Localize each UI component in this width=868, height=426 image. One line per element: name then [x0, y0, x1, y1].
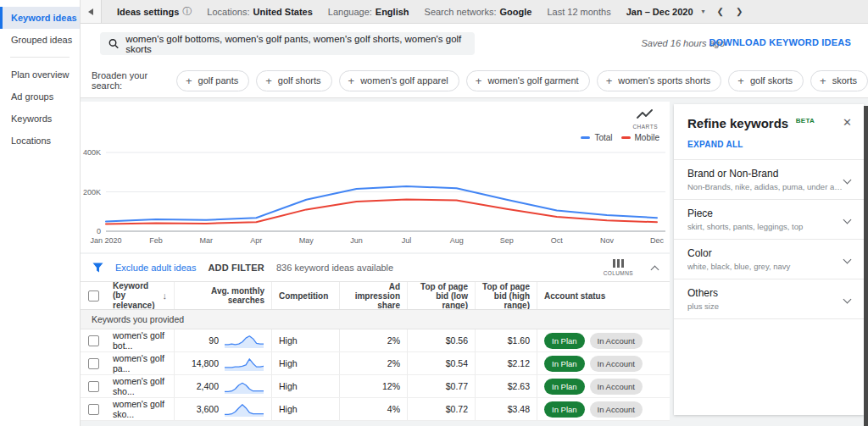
collapse-table-chevron-icon[interactable]: [651, 265, 659, 274]
refine-section-text: Othersplus size: [687, 287, 844, 311]
cell-bid-low: $0.54: [407, 352, 475, 374]
cell-ad-impression-share: 2%: [339, 329, 407, 351]
cell-avg-monthly-searches: 2,400: [174, 375, 271, 397]
sidebar-item-grouped-ideas[interactable]: Grouped ideas: [0, 29, 80, 51]
refine-section-brand-or-non-brand[interactable]: Brand or Non-BrandNon-Brands, nike, adid…: [674, 160, 864, 200]
table-header-row: Keyword (by relevance) ↓ Avg. monthly se…: [81, 282, 670, 310]
dropdown-arrow-icon: ▾: [702, 8, 705, 15]
in-account-badge[interactable]: In Account: [590, 379, 643, 395]
row-checkbox[interactable]: [88, 335, 99, 346]
header-top-of-page-bid-low[interactable]: Top of page bid (low range): [407, 282, 475, 309]
header-avg-monthly-searches[interactable]: Avg. monthly searches: [174, 282, 271, 309]
info-icon[interactable]: ⓘ: [182, 5, 192, 18]
collapse-panel-button[interactable]: [81, 0, 102, 23]
in-account-badge[interactable]: In Account: [590, 356, 643, 372]
chip-label: golf shorts: [278, 75, 321, 86]
svg-text:Oct: Oct: [551, 236, 564, 245]
header-keyword[interactable]: Keyword (by relevance) ↓: [106, 282, 174, 309]
avg-searches-value: 3,600: [181, 404, 219, 414]
cell-bid-high: $1.60: [475, 329, 537, 351]
row-checkbox[interactable]: [88, 404, 99, 415]
svg-text:Aug: Aug: [450, 236, 464, 245]
charts-label: CHARTS: [632, 124, 658, 130]
refine-section-values: white, black, blue, grey, navy: [687, 262, 844, 271]
svg-text:Jul: Jul: [402, 236, 412, 245]
keyword-table-card: Exclude adult ideas ADD FILTER 836 keywo…: [81, 254, 670, 421]
sidebar-item-locations[interactable]: Locations: [0, 130, 80, 152]
refine-section-color[interactable]: Colorwhite, black, blue, grey, navy: [674, 240, 864, 279]
header-top-of-page-bid-high[interactable]: Top of page bid (high range): [475, 282, 537, 309]
header-ad-impression-share[interactable]: Ad impression share: [339, 282, 407, 309]
broaden-search-row: Broaden your search: +golf pants+golf sh…: [81, 64, 868, 98]
broaden-chip-golf-pants[interactable]: +golf pants: [176, 70, 249, 91]
cell-bid-low: $0.56: [407, 329, 475, 351]
in-account-badge[interactable]: In Account: [590, 401, 643, 418]
charts-toggle-button[interactable]: CHARTS: [632, 108, 658, 130]
sparkline-chart: [224, 332, 264, 349]
vertical-scrollbar[interactable]: [864, 106, 868, 426]
search-row: women's golf bottoms, women's golf pants…: [81, 24, 868, 64]
plus-icon: +: [820, 75, 826, 87]
keyword-ideas-count: 836 keyword ideas available: [276, 263, 393, 273]
refine-section-title: Brand or Non-Brand: [687, 168, 844, 180]
legend-dash-icon: [581, 136, 590, 139]
table-row: women's golf sko...3,600High4%$0.72$3.48…: [81, 398, 670, 421]
refine-section-others[interactable]: Othersplus size: [674, 279, 864, 319]
search-volume-chart-card: CHARTS TotalMobile 0200K400KJan 2020FebM…: [81, 102, 670, 252]
row-checkbox[interactable]: [88, 358, 99, 369]
in-plan-badge[interactable]: In Plan: [544, 401, 585, 418]
refine-section-text: Brand or Non-BrandNon-Brands, nike, adid…: [687, 168, 844, 191]
sparkline-chart: [224, 378, 264, 395]
refine-section-title: Color: [687, 247, 844, 259]
svg-text:0: 0: [97, 227, 101, 235]
broaden-chip-women-s-golf-apparel[interactable]: +women's golf apparel: [339, 70, 459, 91]
exclude-adult-ideas-link[interactable]: Exclude adult ideas: [115, 263, 196, 273]
expand-all-button[interactable]: EXPAND ALL: [674, 131, 864, 160]
plus-icon: +: [348, 75, 355, 87]
svg-text:Mar: Mar: [199, 236, 213, 245]
sidebar-item-keywords[interactable]: Keywords: [0, 108, 80, 130]
prev-period-button[interactable]: ❮: [717, 7, 724, 16]
networks-setting[interactable]: Search networks: Google: [425, 7, 532, 17]
sort-desc-icon: ↓: [163, 290, 168, 302]
cell-bid-high: $3.48: [475, 398, 537, 420]
close-icon[interactable]: ✕: [843, 116, 852, 129]
cell-bid-low: $0.77: [407, 375, 475, 397]
plus-icon: +: [606, 75, 613, 87]
sidebar-item-ad-groups[interactable]: Ad groups: [0, 86, 80, 108]
sidebar-item-keyword-ideas[interactable]: Keyword ideas: [0, 7, 80, 29]
columns-button[interactable]: COLUMNS: [604, 259, 633, 276]
select-all-checkbox[interactable]: [88, 290, 99, 302]
sidebar-divider: [10, 57, 70, 58]
row-checkbox[interactable]: [88, 381, 99, 392]
in-plan-badge[interactable]: In Plan: [544, 379, 585, 395]
broaden-chip-skorts[interactable]: +skorts: [810, 70, 868, 91]
add-filter-button[interactable]: ADD FILTER: [208, 263, 264, 273]
in-plan-badge[interactable]: In Plan: [544, 356, 585, 372]
cell-competition: High: [271, 398, 339, 420]
refine-section-piece[interactable]: Pieceskirt, shorts, pants, leggings, top: [674, 200, 864, 240]
keyword-search-input[interactable]: women's golf bottoms, women's golf pants…: [100, 32, 475, 55]
language-setting[interactable]: Language: English: [328, 7, 409, 17]
row-checkbox-cell: [81, 352, 106, 374]
date-range-dropdown[interactable]: Jan – Dec 2020 ▾: [626, 7, 705, 17]
download-keyword-ideas-button[interactable]: DOWNLOAD KEYWORD IDEAS: [709, 37, 851, 47]
broaden-chip-women-s-golf-garment[interactable]: +women's golf garment: [466, 70, 590, 91]
header-competition[interactable]: Competition: [271, 282, 339, 309]
next-period-button[interactable]: ❯: [736, 7, 743, 16]
collapse-left-icon: [88, 8, 93, 15]
locations-setting[interactable]: Locations: United States: [207, 7, 312, 17]
broaden-chip-golf-skorts[interactable]: +golf skorts: [728, 70, 804, 91]
filter-bar: Exclude adult ideas ADD FILTER 836 keywo…: [81, 254, 670, 282]
ideas-settings-label[interactable]: Ideas settings: [117, 7, 179, 17]
broaden-chip-women-s-sports-shorts[interactable]: +women's sports shorts: [597, 70, 722, 91]
broaden-chip-golf-shorts[interactable]: +golf shorts: [256, 70, 331, 91]
in-account-badge[interactable]: In Account: [590, 333, 643, 349]
chevron-down-icon: [843, 295, 852, 303]
cell-avg-monthly-searches: 14,800: [174, 352, 271, 374]
in-plan-badge[interactable]: In Plan: [544, 333, 585, 349]
svg-text:Nov: Nov: [600, 236, 615, 245]
sidebar-item-plan-overview[interactable]: Plan overview: [0, 64, 80, 86]
sparkline-chart: [224, 401, 264, 418]
header-account-status[interactable]: Account status: [537, 282, 670, 309]
